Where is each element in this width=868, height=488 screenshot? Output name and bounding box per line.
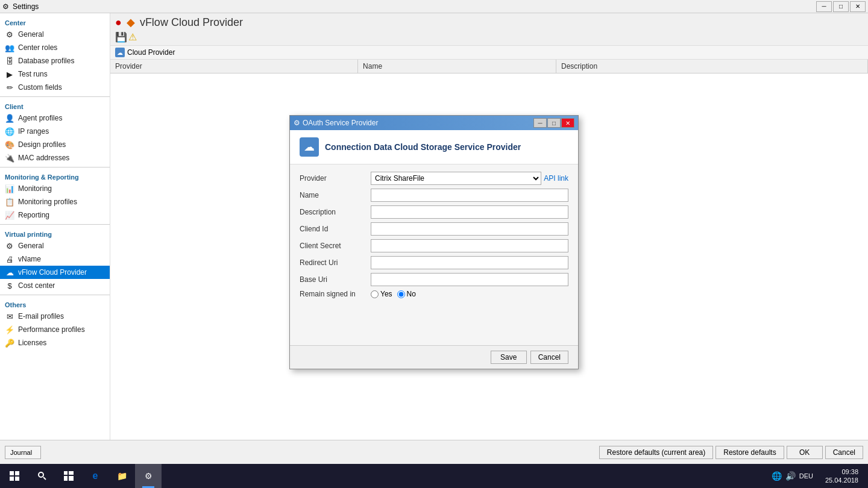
dialog-minimize-button[interactable]: ─: [533, 118, 547, 128]
sidebar-divider-1: [0, 96, 110, 97]
taskbar-settings-app[interactable]: ⚙: [135, 464, 162, 488]
close-button[interactable]: ✕: [850, 1, 866, 12]
sidebar-item-email-profiles[interactable]: ✉ E-mail profiles: [0, 310, 110, 323]
sidebar-divider-2: [0, 167, 110, 167]
svg-rect-3: [15, 477, 19, 481]
taskbar-apps: e 📁 ⚙: [29, 464, 762, 488]
api-link[interactable]: API link: [544, 174, 568, 183]
monitoring-profiles-label: Monitoring profiles: [18, 198, 77, 206]
client-id-input[interactable]: [371, 222, 568, 236]
svg-rect-6: [64, 471, 68, 475]
test-runs-icon: ▶: [5, 69, 14, 79]
provider-select[interactable]: Citrix ShareFile Google Drive Dropbox On…: [371, 172, 541, 185]
tray-locale: DEU: [799, 472, 813, 480]
database-profiles-label: Database profiles: [18, 57, 74, 65]
svg-rect-0: [10, 471, 14, 475]
reporting-icon: 📈: [5, 210, 14, 220]
remain-no-label: No: [407, 290, 416, 298]
remain-no-option[interactable]: No: [397, 290, 416, 298]
col-name: Name: [358, 60, 556, 74]
sidebar-item-agent-profiles[interactable]: 👤 Agent profiles: [0, 111, 110, 125]
remain-no-radio[interactable]: [397, 290, 405, 298]
base-uri-label: Base Uri: [300, 275, 366, 284]
center-roles-icon: 👥: [5, 43, 14, 52]
test-runs-label: Test runs: [18, 70, 48, 78]
general-icon: ⚙: [5, 30, 14, 39]
minimize-button[interactable]: ─: [816, 1, 832, 12]
tray-volume-icon[interactable]: 🔊: [785, 471, 796, 481]
sidebar-item-test-runs[interactable]: ▶ Test runs: [0, 67, 110, 81]
remain-yes-radio[interactable]: [371, 290, 379, 298]
dialog-close-button[interactable]: ✕: [561, 118, 574, 128]
ok-button[interactable]: OK: [787, 446, 823, 459]
dialog-maximize-button[interactable]: □: [547, 118, 561, 128]
time-display[interactable]: 09:38 25.04.2018: [820, 468, 863, 485]
title-bar: ⚙ Settings ─ □ ✕: [0, 0, 868, 13]
sidebar-item-vflow-cloud-provider[interactable]: ☁ vFlow Cloud Provider: [0, 266, 110, 279]
tray-network-icon[interactable]: 🌐: [772, 471, 782, 481]
save-icon: 💾: [115, 31, 127, 43]
base-uri-input[interactable]: [371, 273, 568, 286]
reporting-label: Reporting: [18, 211, 49, 219]
design-profiles-label: Design profiles: [18, 140, 66, 149]
dialog-body: Provider Citrix ShareFile Google Drive D…: [290, 164, 578, 345]
svg-rect-2: [10, 477, 14, 481]
remain-signed-in-radio-group: Yes No: [371, 290, 416, 298]
restore-defaults-button[interactable]: Restore defaults: [715, 446, 784, 459]
custom-fields-label: Custom fields: [18, 83, 62, 92]
svg-rect-1: [15, 471, 19, 475]
journal-button[interactable]: Journal: [5, 446, 41, 459]
table-header-row: Provider Name Description: [110, 60, 868, 74]
sidebar-item-monitoring-profiles[interactable]: 📋 Monitoring profiles: [0, 195, 110, 208]
cloud-provider-table: Provider Name Description: [110, 60, 868, 74]
dialog-footer: Save Cancel: [290, 345, 578, 369]
sidebar-item-performance-profiles[interactable]: ⚡ Performance profiles: [0, 323, 110, 336]
monitoring-label: Monitoring: [18, 184, 52, 193]
main-cancel-button[interactable]: Cancel: [825, 446, 863, 459]
sidebar-section-monitoring: Monitoring & Reporting: [0, 170, 110, 182]
taskbar-search[interactable]: [29, 464, 55, 488]
sidebar-section-others: Others: [0, 298, 110, 310]
sidebar-item-reporting[interactable]: 📈 Reporting: [0, 208, 110, 222]
vname-icon: 🖨: [5, 254, 14, 264]
maximize-button[interactable]: □: [833, 1, 849, 12]
dialog-cancel-button[interactable]: Cancel: [530, 351, 568, 364]
restore-current-button[interactable]: Restore defaults (current area): [599, 446, 713, 459]
journal-area: Journal: [5, 446, 597, 459]
sidebar-item-custom-fields[interactable]: ✏ Custom fields: [0, 81, 110, 94]
svg-rect-8: [64, 476, 68, 481]
description-input[interactable]: [371, 205, 568, 219]
name-input[interactable]: [371, 189, 568, 202]
sidebar-item-cost-center[interactable]: $ Cost center: [0, 279, 110, 292]
sidebar-item-design-profiles[interactable]: 🎨 Design profiles: [0, 138, 110, 151]
sidebar-item-vname[interactable]: 🖨 vName: [0, 252, 110, 266]
sidebar-item-general[interactable]: ⚙ General: [0, 28, 110, 41]
remain-yes-option[interactable]: Yes: [371, 290, 392, 298]
start-button[interactable]: [0, 464, 29, 488]
performance-profiles-label: Performance profiles: [18, 325, 85, 334]
base-uri-row: Base Uri: [300, 273, 568, 286]
sidebar-item-center-roles[interactable]: 👥 Center roles: [0, 41, 110, 54]
client-secret-row: Client Secret: [300, 239, 568, 252]
dialog-header-icon: ☁: [300, 137, 319, 157]
taskbar-ie[interactable]: e: [82, 464, 108, 488]
sidebar-item-licenses[interactable]: 🔑 Licenses: [0, 336, 110, 349]
provider-row: Provider Citrix ShareFile Google Drive D…: [300, 172, 568, 185]
svg-rect-7: [69, 471, 74, 475]
sidebar: Center ⚙ General 👥 Center roles 🗄 Databa…: [0, 13, 110, 464]
dialog-title-icon: ⚙: [294, 119, 300, 127]
taskbar-explorer[interactable]: 📁: [108, 464, 135, 488]
sidebar-item-monitoring[interactable]: 📊 Monitoring: [0, 182, 110, 195]
taskbar-task-view[interactable]: [55, 464, 82, 488]
sidebar-item-vp-general[interactable]: ⚙ General: [0, 239, 110, 252]
sidebar-item-database-profiles[interactable]: 🗄 Database profiles: [0, 54, 110, 67]
redirect-uri-input[interactable]: [371, 256, 568, 269]
dialog-save-button[interactable]: Save: [491, 351, 527, 364]
center-roles-label: Center roles: [18, 43, 57, 52]
sidebar-item-ip-ranges[interactable]: 🌐 IP ranges: [0, 125, 110, 138]
licenses-label: Licenses: [18, 339, 46, 347]
client-secret-input[interactable]: [371, 239, 568, 252]
current-time: 09:38: [825, 468, 858, 476]
sidebar-item-mac-addresses[interactable]: 🔌 MAC addresses: [0, 151, 110, 164]
sidebar-section-client: Client: [0, 99, 110, 111]
